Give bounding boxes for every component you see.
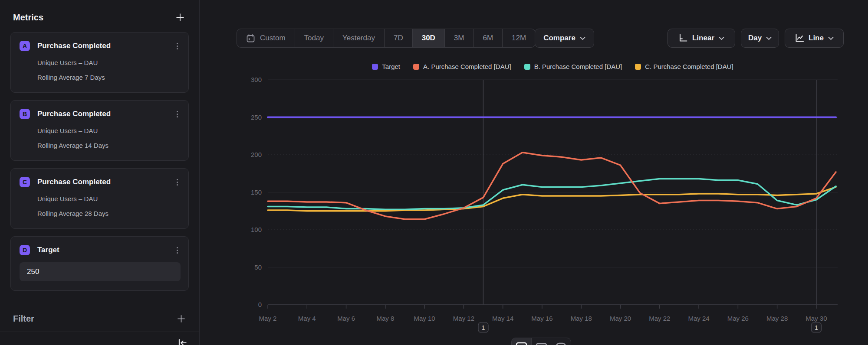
metric-title: Purchase Completed [37, 110, 167, 118]
y-axis-tick-label: 50 [254, 264, 262, 271]
range-button-30d[interactable]: 30D [412, 29, 444, 47]
range-button-7d[interactable]: 7D [384, 29, 412, 47]
add-metric-button[interactable] [175, 12, 185, 23]
x-axis-tick-label: May 2 [259, 315, 277, 322]
metric-menu-button[interactable] [174, 41, 181, 52]
y-axis-tick-label: 150 [251, 189, 262, 196]
range-button-custom[interactable]: Custom [237, 29, 295, 47]
filter-section: Filter [13, 314, 186, 324]
layout-large-chart-button[interactable] [512, 338, 531, 345]
compare-button[interactable]: Compare [535, 29, 594, 48]
chevron-down-icon [719, 36, 724, 40]
layout-compact-chart-button[interactable] [551, 338, 571, 345]
split-panel-icon [536, 342, 547, 345]
granularity-label: Day [748, 34, 762, 42]
metric-badge: B [20, 109, 30, 119]
range-button-label: 7D [394, 34, 403, 42]
metric-measure-label: Unique Users – DAU [37, 195, 181, 202]
x-axis-tick-label: May 24 [688, 315, 709, 322]
metric-measure-label: Unique Users – DAU [37, 59, 181, 66]
range-button-label: 30D [422, 34, 435, 42]
x-axis-tick-label: May 26 [727, 315, 749, 322]
sidebar: Metrics APurchase CompletedUnique Users … [0, 0, 200, 345]
target-card-header: D Target [20, 245, 181, 256]
range-button-3m[interactable]: 3M [444, 29, 473, 47]
x-axis-tick-label: May 30 [806, 315, 827, 322]
metric-card-header: CPurchase Completed [20, 177, 181, 188]
collapse-sidebar-button[interactable] [177, 337, 188, 345]
plus-icon [176, 314, 186, 324]
scale-label: Linear [692, 34, 714, 42]
compact-panel-icon [555, 342, 567, 345]
y-axis-tick-label: 0 [258, 301, 262, 308]
chart-panel: CustomTodayYesterday7D30D3M6M12M Compare… [200, 0, 868, 345]
layout-split-chart-button[interactable] [531, 338, 551, 345]
range-button-label: 12M [512, 34, 526, 42]
target-menu-button[interactable] [174, 245, 181, 256]
metric-list: APurchase CompletedUnique Users – DAURol… [0, 32, 199, 229]
x-axis-tick-label: May 16 [531, 315, 552, 322]
range-button-6m[interactable]: 6M [473, 29, 502, 47]
metric-rolling-label: Rolling Average 14 Days [37, 142, 181, 149]
chart-type-label: Line [809, 34, 824, 42]
y-axis-tick-label: 100 [251, 226, 262, 233]
chevron-down-icon [828, 36, 834, 40]
plus-icon [175, 12, 185, 23]
y-axis-tick-label: 300 [251, 76, 262, 83]
metric-rolling-label: Rolling Average 7 Days [37, 74, 181, 81]
metric-card: APurchase CompletedUnique Users – DAURol… [10, 32, 189, 93]
metric-menu-button[interactable] [174, 177, 181, 188]
metrics-heading: Metrics [13, 13, 43, 23]
metric-measure-label: Unique Users – DAU [37, 127, 181, 134]
scale-select-button[interactable]: Linear [667, 29, 735, 48]
large-panel-icon [516, 342, 527, 345]
linear-scale-icon [678, 33, 688, 43]
chart-layout-toggle-group [511, 338, 571, 345]
x-axis-tick-label: May 20 [610, 315, 631, 322]
metric-menu-button[interactable] [174, 109, 181, 120]
date-range-group: CustomTodayYesterday7D30D3M6M12M [237, 29, 536, 48]
x-axis-tick-label: May 28 [766, 315, 788, 322]
chevron-down-icon [766, 36, 772, 40]
metric-rolling-label: Rolling Average 28 Days [37, 210, 181, 217]
range-button-label: Yesterday [342, 34, 375, 42]
sidebar-header: Metrics [0, 0, 199, 32]
x-axis-tick-label: May 14 [492, 315, 513, 322]
chart-type-select-button[interactable]: Line [785, 29, 844, 48]
metric-card: CPurchase CompletedUnique Users – DAURol… [10, 168, 189, 229]
metric-title: Purchase Completed [37, 42, 167, 50]
metric-card-header: BPurchase Completed [20, 109, 181, 120]
x-axis-tick-label: May 6 [337, 315, 355, 322]
chevron-down-icon [580, 36, 585, 40]
granularity-select-button[interactable]: Day [741, 29, 779, 48]
calendar-icon [246, 34, 255, 43]
target-card: D Target [10, 236, 189, 291]
x-axis-tick-label: May 18 [571, 315, 592, 322]
series-line-c [268, 187, 836, 211]
range-button-label: Custom [260, 34, 286, 42]
x-axis-tick-label: May 4 [298, 315, 316, 322]
metric-badge-d: D [20, 245, 30, 255]
sidebar-divider [0, 332, 199, 332]
metric-title: Purchase Completed [37, 178, 167, 186]
collapse-left-icon [177, 337, 188, 345]
range-button-label: Today [304, 34, 324, 42]
annotation-badge-label: 1 [481, 324, 485, 331]
x-axis-tick-label: May 10 [414, 315, 435, 322]
range-button-12m[interactable]: 12M [502, 29, 535, 47]
x-axis-tick-label: May 12 [453, 315, 474, 322]
metric-card: BPurchase CompletedUnique Users – DAURol… [10, 100, 189, 161]
range-button-today[interactable]: Today [295, 29, 333, 47]
target-title: Target [37, 246, 167, 254]
filter-heading: Filter [13, 314, 34, 324]
add-filter-button[interactable] [176, 314, 186, 324]
range-button-label: 3M [454, 34, 464, 42]
compare-label: Compare [543, 34, 575, 42]
x-axis-tick-label: May 8 [376, 315, 394, 322]
annotation-badge-label: 1 [815, 324, 818, 331]
metric-badge: A [20, 41, 30, 51]
y-axis-tick-label: 200 [251, 151, 262, 158]
target-value-input[interactable] [20, 262, 181, 281]
range-button-yesterday[interactable]: Yesterday [333, 29, 384, 47]
y-axis-tick-label: 250 [251, 114, 262, 121]
